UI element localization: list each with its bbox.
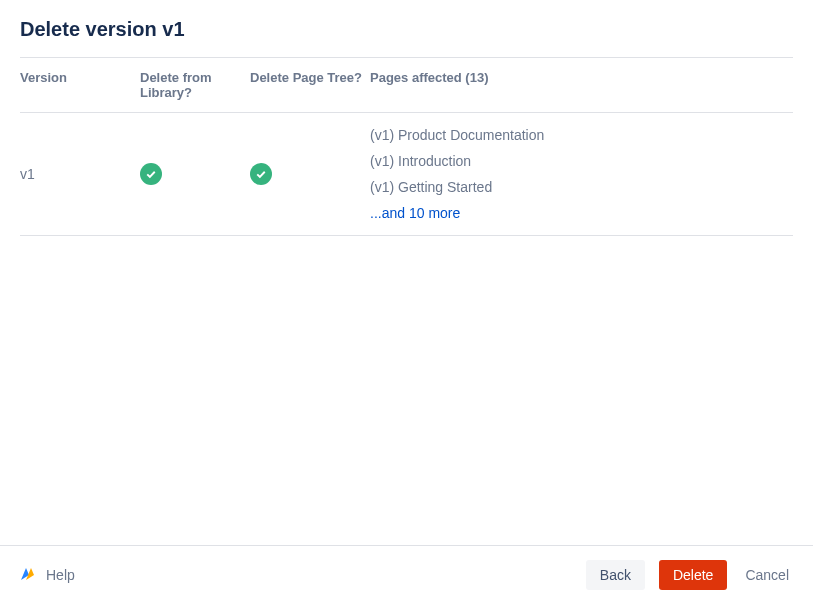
page-item: (v1) Getting Started [370,179,785,195]
help-link[interactable]: Help [46,567,75,583]
dialog-footer: Help Back Delete Cancel [0,545,813,604]
page-item: (v1) Introduction [370,153,785,169]
column-header-delete-tree: Delete Page Tree? [250,58,370,113]
cell-delete-tree [250,113,370,236]
help-icon [20,566,38,584]
dialog-content: Version Delete from Library? Delete Page… [0,57,813,545]
column-header-delete-library: Delete from Library? [140,58,250,113]
column-header-version: Version [20,58,140,113]
cancel-button[interactable]: Cancel [741,560,793,590]
delete-button[interactable]: Delete [659,560,727,590]
pages-list: (v1) Product Documentation (v1) Introduc… [370,127,785,221]
footer-right: Back Delete Cancel [586,560,793,590]
cell-version: v1 [20,113,140,236]
check-icon [250,163,272,185]
version-table: Version Delete from Library? Delete Page… [20,58,793,236]
check-icon [140,163,162,185]
footer-left: Help [20,566,75,584]
page-title: Delete version v1 [20,18,793,41]
table-row: v1 (v1) Product Documentation [20,113,793,236]
back-button[interactable]: Back [586,560,645,590]
page-item: (v1) Product Documentation [370,127,785,143]
cell-delete-library [140,113,250,236]
column-header-pages-affected: Pages affected (13) [370,58,793,113]
cell-pages-affected: (v1) Product Documentation (v1) Introduc… [370,113,793,236]
version-table-wrap: Version Delete from Library? Delete Page… [20,57,793,236]
dialog-header: Delete version v1 [0,0,813,57]
more-pages-link[interactable]: ...and 10 more [370,205,785,221]
